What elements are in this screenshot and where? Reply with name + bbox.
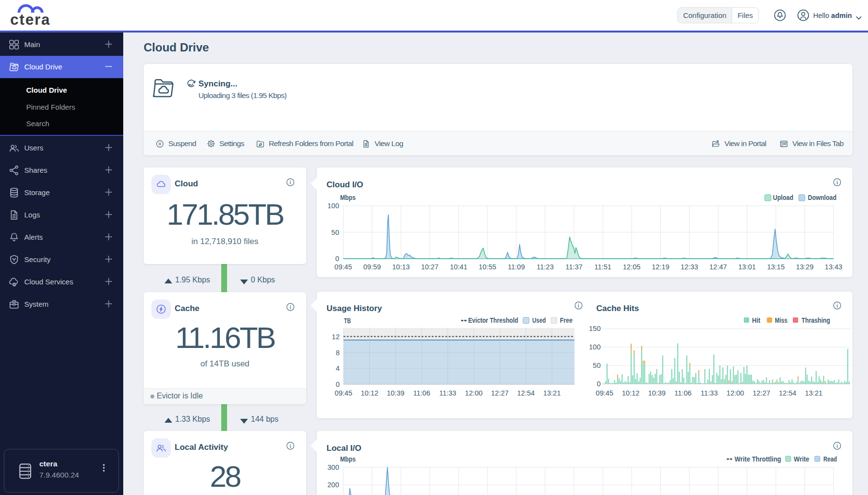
svg-text:ctera: ctera	[10, 11, 50, 28]
